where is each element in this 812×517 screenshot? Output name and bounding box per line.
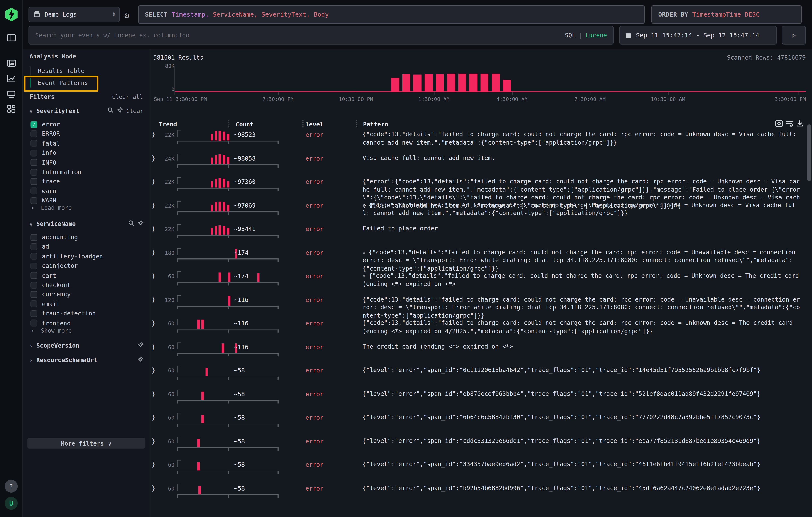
filter-option-fatal[interactable]: fatal	[30, 139, 143, 148]
table-row[interactable]: ❯22K~97360error{"error":{"code":13,"deta…	[150, 175, 812, 199]
hyperdx-logo[interactable]	[4, 7, 19, 22]
scrollbar-thumb[interactable]	[807, 124, 811, 181]
table-row[interactable]: ❯22K~97069error✕ {"code":13,"details":"f…	[150, 199, 812, 222]
histogram-bar[interactable]	[447, 74, 455, 92]
filter-group-resourceschemaurl[interactable]: › ResourceSchemaUrl	[30, 356, 143, 364]
column-resize-handle[interactable]	[228, 120, 229, 127]
checkbox-unchecked[interactable]	[30, 300, 37, 307]
filter-option-Information[interactable]: Information	[30, 167, 143, 177]
histogram-bar[interactable]	[458, 74, 466, 92]
table-row[interactable]: ❯180~174error✕ {"code":13,"details":"fai…	[150, 246, 812, 269]
checkbox-unchecked[interactable]	[30, 159, 37, 166]
dashboards-icon[interactable]	[7, 104, 16, 114]
table-row[interactable]: ❯120~116error{"code":13,"details":"faile…	[150, 293, 812, 317]
table-row[interactable]: ❯60~58error{"level":"error","span_id":"c…	[150, 434, 812, 458]
order-by-input[interactable]: ORDER BY TimestampTime DESC	[651, 5, 802, 24]
column-resize-handle[interactable]	[302, 120, 303, 127]
checkbox-unchecked[interactable]	[30, 188, 37, 194]
histogram-bar[interactable]	[425, 74, 433, 92]
filter-option-frontend[interactable]: frontend	[30, 318, 143, 328]
filter-group-scopeversion[interactable]: › ScopeVersion	[30, 342, 143, 349]
view-code-icon[interactable]	[775, 120, 783, 127]
checkbox-unchecked[interactable]	[30, 243, 37, 250]
filter-option-info[interactable]: info	[30, 148, 143, 157]
sql-column-select[interactable]: SELECT Timestamp, ServiceName, SeverityT…	[138, 5, 645, 24]
load-more-link[interactable]: › Load more	[30, 205, 71, 211]
download-icon[interactable]	[796, 120, 804, 127]
filter-option-ad[interactable]: ad	[30, 242, 143, 252]
checkbox-unchecked[interactable]	[30, 291, 37, 298]
filter-option-ERROR[interactable]: ERROR	[30, 129, 143, 139]
col-header-trend[interactable]: Trend	[159, 121, 177, 128]
column-resize-handle[interactable]	[356, 120, 357, 127]
filter-group-servicename[interactable]: ∨ ServiceName	[30, 220, 143, 227]
histogram-bar[interactable]	[481, 74, 489, 92]
checkbox-unchecked[interactable]	[30, 140, 37, 147]
histogram-bar[interactable]	[492, 74, 500, 92]
search-logs-icon[interactable]	[7, 58, 16, 68]
search-mode-sql[interactable]: SQL	[565, 32, 576, 39]
filter-option-warn[interactable]: warn	[30, 186, 143, 196]
more-filters-button[interactable]: More filters∨	[27, 438, 145, 449]
search-mode-lucene[interactable]: Lucene	[585, 32, 607, 39]
table-row[interactable]: ❯60~58error{"level":"error","span_id":"3…	[150, 458, 812, 482]
table-row[interactable]: ❯60~58error{"level":"error","span_id":"b…	[150, 482, 812, 505]
search-input[interactable]: Search your events w/ Lucene ex. column:…	[29, 26, 614, 45]
wrap-text-icon[interactable]	[786, 120, 793, 127]
gear-icon[interactable]: ⚙	[124, 10, 129, 20]
col-header-count[interactable]: Count	[236, 121, 254, 128]
checkbox-unchecked[interactable]	[30, 320, 37, 326]
table-row[interactable]: ❯22K~95441errorFailed to place order	[150, 222, 812, 246]
checkbox-checked[interactable]: ✓	[30, 121, 37, 127]
histogram-bar[interactable]	[413, 75, 422, 92]
filter-option-artillery-loadgen[interactable]: artillery-loadgen	[30, 252, 143, 261]
table-row[interactable]: ❯60~116errorThe credit card (ending <*> …	[150, 340, 812, 364]
checkbox-unchecked[interactable]	[30, 169, 37, 175]
rejected-x-icon[interactable]: ✕	[362, 202, 369, 208]
pin-icon[interactable]	[117, 107, 123, 114]
histogram-bar[interactable]	[503, 80, 511, 92]
sessions-icon[interactable]	[7, 89, 16, 98]
table-row[interactable]: ❯60~58error{"level":"error","span_id":"6…	[150, 411, 812, 434]
filter-option-WARN[interactable]: WARN	[30, 196, 143, 205]
results-histogram[interactable]: 80K 0 Sep 11 3:30:00 PM7:30:00 PM10:30:0…	[150, 49, 812, 104]
filter-option-trace[interactable]: trace	[30, 177, 143, 186]
histogram-bar[interactable]	[402, 74, 410, 92]
table-row[interactable]: ❯60~58error{"level":"error","span_id":"0…	[150, 364, 812, 387]
filter-option-fraud-detection[interactable]: fraud-detection	[30, 309, 143, 318]
filter-option-cainjector[interactable]: cainjector	[30, 261, 143, 270]
pin-icon[interactable]	[138, 356, 143, 364]
clear-all-link[interactable]: Clear all	[112, 94, 143, 100]
collapse-sidebar-icon[interactable]	[7, 33, 16, 42]
checkbox-unchecked[interactable]	[30, 310, 37, 317]
checkbox-unchecked[interactable]	[30, 131, 37, 137]
histogram-bar[interactable]	[436, 74, 444, 92]
table-row[interactable]: ❯60~58error{"level":"error","span_id":"e…	[150, 387, 812, 411]
checkbox-unchecked[interactable]	[30, 178, 37, 185]
filter-group-severitytext[interactable]: ∨ SeverityText Clear	[30, 107, 143, 114]
histogram-bar[interactable]	[391, 78, 399, 92]
time-range-picker[interactable]: Sep 11 15:47:14 - Sep 12 15:47:14	[619, 26, 777, 45]
user-avatar[interactable]: U	[5, 497, 18, 510]
table-row[interactable]: ❯60~174error✕ {"code":13,"details":"fail…	[150, 269, 812, 293]
checkbox-unchecked[interactable]	[30, 253, 37, 260]
checkbox-unchecked[interactable]	[30, 234, 37, 240]
table-row[interactable]: ❯22K~98523error{"code":13,"details":"fai…	[150, 128, 812, 152]
analysis-mode-results-table[interactable]: Results Table	[30, 65, 143, 77]
run-query-button[interactable]: ▷	[782, 26, 806, 45]
checkbox-unchecked[interactable]	[30, 197, 37, 204]
chart-explorer-icon[interactable]	[7, 74, 16, 83]
table-row[interactable]: ❯60~116error{"code":13,"details":"failed…	[150, 317, 812, 340]
filter-option-cart[interactable]: cart	[30, 271, 143, 280]
filter-option-email[interactable]: email	[30, 299, 143, 309]
checkbox-unchecked[interactable]	[30, 282, 37, 288]
filter-option-error[interactable]: ✓error	[30, 120, 143, 129]
search-icon[interactable]	[128, 220, 134, 227]
show-more-link[interactable]: › Show more	[30, 327, 71, 334]
analysis-mode-event-patterns[interactable]: Event Patterns	[30, 77, 143, 89]
filter-option-INFO[interactable]: INFO	[30, 158, 143, 167]
pin-icon[interactable]	[138, 220, 143, 227]
filter-option-currency[interactable]: currency	[30, 290, 143, 299]
histogram-bar[interactable]	[469, 74, 477, 92]
help-button[interactable]: ?	[5, 480, 18, 493]
